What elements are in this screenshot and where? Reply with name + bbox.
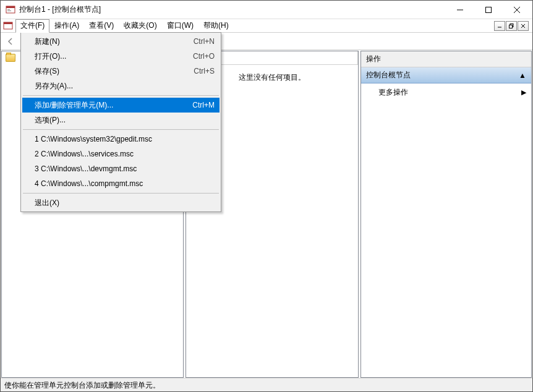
collapse-arrow-icon: ▲ (519, 71, 526, 80)
mdi-restore-button[interactable] (506, 21, 517, 31)
mdi-close-button[interactable] (518, 21, 529, 31)
file-dropdown: 新建(N) Ctrl+N 打开(O)... Ctrl+O 保存(S) Ctrl+… (20, 32, 221, 212)
menu-exit-label: 退出(X) (35, 198, 215, 208)
statusbar: 使你能在管理单元控制台添加或删除管理单元。 (1, 378, 532, 391)
menu-view[interactable]: 查看(V) (84, 19, 119, 32)
titlebar: 控制台1 - [控制台根节点] (1, 1, 532, 19)
menu-action[interactable]: 操作(A) (49, 19, 84, 32)
actions-sub-label: 控制台根节点 (366, 70, 411, 80)
app-icon (6, 5, 15, 15)
menu-recent-2[interactable]: 2 C:\Windows\...\services.msc (22, 147, 220, 161)
menu-add-remove-snapin[interactable]: 添加/删除管理单元(M)... Ctrl+M (22, 98, 220, 113)
menubar: 文件(F) 操作(A) 查看(V) 收藏夹(O) 窗口(W) 帮助(H) (1, 19, 532, 33)
mdi-minimize-button[interactable] (494, 21, 505, 31)
svg-rect-1 (6, 6, 15, 8)
menu-recent-3[interactable]: 3 C:\Windows\...\devmgmt.msc (22, 161, 220, 176)
svg-rect-3 (7, 11, 11, 11)
menu-separator (23, 193, 219, 194)
menu-new[interactable]: 新建(N) Ctrl+N (22, 34, 220, 49)
menu-save-label: 保存(S) (35, 66, 181, 77)
maximize-button[interactable] (474, 1, 503, 19)
menu-favorites[interactable]: 收藏夹(O) (119, 19, 161, 32)
menu-options-label: 选项(P)... (35, 115, 215, 126)
minimize-button[interactable] (446, 1, 474, 19)
action-more[interactable]: 更多操作 ▶ (361, 83, 531, 101)
menu-new-shortcut: Ctrl+N (194, 37, 215, 46)
mdi-controls (494, 21, 530, 31)
svg-rect-12 (510, 25, 513, 28)
menu-saveas[interactable]: 另存为(A)... (22, 79, 220, 93)
window-title: 控制台1 - [控制台根节点] (19, 4, 446, 15)
menu-addremove-label: 添加/删除管理单元(M)... (35, 100, 180, 111)
menu-recent-2-label: 2 C:\Windows\...\services.msc (35, 150, 215, 158)
menu-addremove-shortcut: Ctrl+M (192, 101, 215, 109)
svg-rect-9 (4, 22, 12, 24)
submenu-arrow-icon: ▶ (521, 88, 526, 96)
menu-separator (23, 129, 219, 130)
menu-saveas-label: 另存为(A)... (35, 81, 215, 92)
folder-icon (6, 54, 15, 62)
close-button[interactable] (503, 1, 531, 19)
back-button[interactable] (3, 34, 18, 49)
menu-recent-4[interactable]: 4 C:\Windows\...\compmgmt.msc (22, 176, 220, 191)
menu-help[interactable]: 帮助(H) (198, 19, 234, 32)
menu-separator (23, 95, 219, 96)
svg-rect-2 (7, 9, 10, 10)
menu-recent-1[interactable]: 1 C:\Windows\system32\gpedit.msc (22, 132, 220, 147)
menu-open-label: 打开(O)... (35, 51, 181, 62)
menu-window[interactable]: 窗口(W) (162, 19, 198, 32)
menu-recent-4-label: 4 C:\Windows\...\compmgmt.msc (35, 179, 215, 188)
menu-open-shortcut: Ctrl+O (193, 52, 215, 61)
menu-new-label: 新建(N) (35, 36, 181, 47)
mdi-app-icon (3, 21, 13, 31)
menu-exit[interactable]: 退出(X) (22, 195, 220, 210)
actions-header: 操作 (361, 51, 531, 67)
menu-options[interactable]: 选项(P)... (22, 113, 220, 127)
menu-save[interactable]: 保存(S) Ctrl+S (22, 64, 220, 79)
menu-open[interactable]: 打开(O)... Ctrl+O (22, 49, 220, 64)
svg-rect-5 (486, 7, 492, 12)
window-controls (446, 1, 531, 19)
statusbar-text: 使你能在管理单元控制台添加或删除管理单元。 (4, 381, 160, 390)
actions-subheader[interactable]: 控制台根节点 ▲ (361, 67, 531, 83)
menu-file[interactable]: 文件(F) (15, 19, 49, 33)
actions-pane: 操作 控制台根节点 ▲ 更多操作 ▶ (360, 51, 532, 378)
menu-recent-3-label: 3 C:\Windows\...\devmgmt.msc (35, 164, 215, 173)
menu-save-shortcut: Ctrl+S (194, 67, 215, 75)
action-more-label: 更多操作 (378, 87, 408, 98)
menu-recent-1-label: 1 C:\Windows\system32\gpedit.msc (35, 135, 215, 143)
